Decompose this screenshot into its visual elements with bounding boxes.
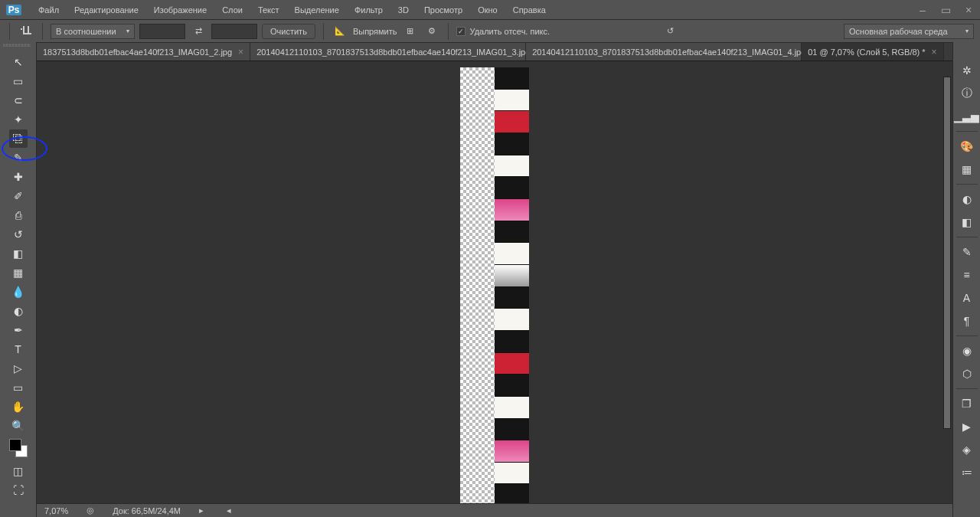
- histogram-icon[interactable]: ▁▃▅: [957, 106, 977, 126]
- document-tabs: 1837513d8bdb01efbac4ae140f213_IMAG01_2.j…: [0, 43, 980, 61]
- mesh-icon[interactable]: ⬡: [957, 364, 977, 384]
- straighten-icon[interactable]: 📐: [332, 23, 348, 40]
- menu-окно[interactable]: Окно: [470, 0, 505, 19]
- hand-tool[interactable]: ✋: [9, 398, 28, 416]
- toolbox: ↖▭⊂✦⿻✎✚✐⎙↺◧▦💧◐✒T▷▭✋🔍 ◫ ⛶: [0, 42, 37, 517]
- canvas-area[interactable]: [37, 61, 952, 517]
- magic-wand-tool[interactable]: ✦: [9, 110, 28, 129]
- channels-icon[interactable]: ▶: [957, 417, 977, 437]
- crop-width-input[interactable]: [139, 24, 185, 39]
- type-tool[interactable]: T: [9, 340, 28, 358]
- clear-button[interactable]: Очистить: [262, 24, 315, 39]
- overlay-grid-icon[interactable]: ⊞: [402, 23, 419, 40]
- marquee-tool[interactable]: ▭: [9, 72, 28, 90]
- info-icon[interactable]: ⓘ: [957, 83, 977, 103]
- clone-stamp-tool[interactable]: ⎙: [9, 206, 28, 224]
- status-chevron-icon[interactable]: ▸: [199, 506, 204, 515]
- right-panel-dock: ✲ⓘ▁▃▅🎨▦◐◧✎≡A¶◉⬡❐▶◈≔: [952, 42, 980, 517]
- crop-tool[interactable]: ⿻: [9, 129, 28, 148]
- zoom-tool[interactable]: 🔍: [9, 417, 28, 435]
- document-canvas[interactable]: [460, 67, 529, 506]
- gradient-tool[interactable]: ▦: [9, 263, 28, 282]
- styles-icon[interactable]: ◧: [957, 212, 977, 232]
- menu-3d[interactable]: 3D: [390, 0, 416, 19]
- straighten-label: Выпрямить: [353, 27, 397, 36]
- foreground-color-swatch[interactable]: [9, 439, 21, 451]
- eyedropper-tool[interactable]: ✎: [9, 149, 28, 167]
- color-icon[interactable]: 🎨: [957, 136, 977, 156]
- shape-tool[interactable]: ▭: [9, 378, 28, 397]
- tab-label: 20140412110103_8701837513d8bdb01efbac4ae…: [532, 47, 805, 57]
- maximize-button[interactable]: ▭: [934, 2, 957, 18]
- app-logo: Ps: [6, 5, 21, 15]
- adjustments-icon[interactable]: ◐: [957, 189, 977, 209]
- status-nav-left-icon[interactable]: ◂: [227, 506, 231, 515]
- menu-файл[interactable]: Файл: [31, 0, 67, 19]
- lasso-tool[interactable]: ⊂: [9, 91, 28, 110]
- move-tool[interactable]: ↖: [9, 53, 28, 71]
- swap-dimensions-icon[interactable]: ⇄: [190, 23, 207, 40]
- ratio-mode-dropdown[interactable]: В соотношении▾: [51, 24, 135, 39]
- minimize-button[interactable]: –: [911, 2, 934, 18]
- paragraph-icon[interactable]: ¶: [957, 311, 977, 331]
- screen-mode-icon[interactable]: ⛶: [9, 481, 28, 499]
- ratio-mode-label: В соотношении: [56, 27, 116, 36]
- color-swatch[interactable]: [9, 439, 28, 457]
- dodge-tool[interactable]: ◐: [9, 302, 28, 320]
- pen-tool[interactable]: ✒: [9, 321, 28, 339]
- path-selection-tool[interactable]: ▷: [9, 359, 28, 378]
- canvas-transparent-area: [460, 67, 495, 506]
- crop-height-input[interactable]: [211, 24, 257, 39]
- 3d-icon[interactable]: ◉: [957, 341, 977, 361]
- quick-mask-icon[interactable]: ◫: [9, 462, 28, 480]
- menu-просмотр[interactable]: Просмотр: [416, 0, 470, 19]
- character-icon[interactable]: A: [957, 288, 977, 308]
- reset-crop-icon[interactable]: ↺: [662, 23, 678, 40]
- toolbox-grip[interactable]: [3, 44, 31, 47]
- blur-tool[interactable]: 💧: [9, 283, 28, 301]
- zoom-level[interactable]: 7,07%: [44, 506, 68, 515]
- healing-brush-tool[interactable]: ✚: [9, 168, 28, 186]
- menu-слои[interactable]: Слои: [214, 0, 250, 19]
- menu-фильтр[interactable]: Фильтр: [347, 0, 390, 19]
- status-bar: 7,07% ◎ Док: 66,5M/24,4M ▸ ◂: [37, 503, 952, 517]
- workspace-dropdown[interactable]: Основная рабочая среда▾: [844, 24, 974, 39]
- crop-options-gear-icon[interactable]: ⚙: [423, 23, 440, 40]
- document-tab[interactable]: 01 @ 7,07% (Слой 5, RGB/8) *×: [802, 43, 943, 61]
- tab-label: 1837513d8bdb01efbac4ae140f213_IMAG01_2.j…: [43, 47, 232, 57]
- menu-текст[interactable]: Текст: [250, 0, 287, 19]
- delete-cropped-checkbox[interactable]: ✓: [456, 27, 466, 36]
- canvas-image-strip: [495, 67, 529, 506]
- document-tab[interactable]: 20140412110103_8701837513d8bdb01efbac4ae…: [250, 43, 526, 61]
- menu-bar: Ps ФайлРедактированиеИзображениеСлоиТекс…: [0, 0, 980, 20]
- swatches-icon[interactable]: ▦: [957, 159, 977, 179]
- navigator-icon[interactable]: ✲: [957, 61, 977, 80]
- zoom-slider-icon[interactable]: ◎: [87, 506, 94, 515]
- menu-изображение[interactable]: Изображение: [146, 0, 214, 19]
- brush-tool[interactable]: ✐: [9, 187, 28, 205]
- tab-close-icon[interactable]: ×: [932, 47, 937, 57]
- document-tab[interactable]: 20140412110103_8701837513d8bdb01efbac4ae…: [526, 43, 802, 61]
- document-tab[interactable]: 1837513d8bdb01efbac4ae140f213_IMAG01_2.j…: [37, 43, 250, 61]
- brushes-icon[interactable]: ✎: [957, 242, 977, 262]
- actions-icon[interactable]: ≔: [957, 463, 977, 483]
- paths-icon[interactable]: ◈: [957, 440, 977, 460]
- brush-presets-icon[interactable]: ≡: [957, 265, 977, 285]
- delete-cropped-label: Удалить отсеч. пикс.: [470, 27, 550, 36]
- eraser-tool[interactable]: ◧: [9, 244, 28, 263]
- tab-label: 20140412110103_8701837513d8bdb01efbac4ae…: [256, 47, 530, 57]
- workspace-label: Основная рабочая среда: [849, 27, 948, 36]
- document-size: Док: 66,5M/24,4M: [113, 506, 181, 515]
- menu-справка[interactable]: Справка: [505, 0, 554, 19]
- menu-редактирование[interactable]: Редактирование: [67, 0, 146, 19]
- tab-label: 01 @ 7,07% (Слой 5, RGB/8) *: [808, 47, 925, 57]
- menu-выделение[interactable]: Выделение: [287, 0, 347, 19]
- options-bar: В соотношении▾ ⇄ Очистить 📐 Выпрямить ⊞ …: [0, 20, 980, 43]
- history-brush-tool[interactable]: ↺: [9, 225, 28, 244]
- vertical-scrollbar[interactable]: [943, 77, 951, 429]
- close-window-button[interactable]: ×: [957, 2, 980, 18]
- tab-close-icon[interactable]: ×: [238, 47, 243, 57]
- crop-tool-preset-icon[interactable]: [18, 23, 34, 40]
- layers-icon[interactable]: ❐: [957, 394, 977, 414]
